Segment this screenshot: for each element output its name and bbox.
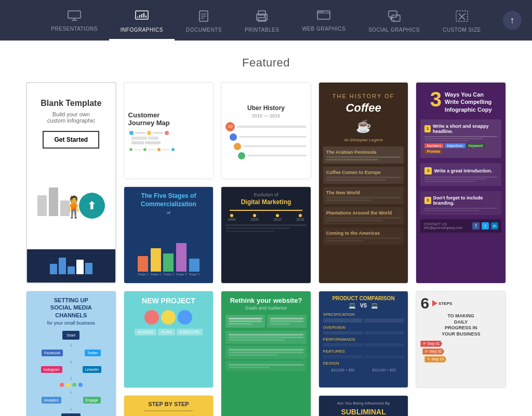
blank-template-title: Blank Template — [41, 99, 101, 108]
custom-size-icon — [456, 10, 468, 24]
social-channels-card[interactable]: SETTING UPSOCIAL MEDIACHANNELSfor your s… — [26, 291, 116, 416]
featured-title: Featured — [26, 56, 506, 70]
subliminal-title: SUBLIMINALMESSAGES — [341, 408, 385, 416]
new-project-card[interactable]: NEW PROJECT ASSIGN PLAN EXECUTE — [124, 291, 214, 388]
step-by-step-title: STEP BY STEP — [148, 401, 189, 407]
five-stages-card[interactable]: The Five Stages of Commercialization of … — [124, 186, 214, 284]
nav-item-social-graphics[interactable]: SOCIAL GRAPHICS — [357, 5, 431, 41]
navigation-bar: PRESENTATIONS INFOGRAPHICS — [0, 0, 532, 41]
uber-history-card[interactable]: Uber History2010 — 2015 10 — [221, 82, 311, 179]
svg-point-21 — [322, 11, 323, 12]
product-comparison-card[interactable]: PRODUCT COMPARISON 💻 VS 💻 SPECIFICATION … — [318, 291, 409, 388]
web-graphics-label: WEB GRAPHICS — [302, 26, 345, 32]
documents-icon — [198, 10, 209, 24]
printables-icon — [255, 10, 269, 24]
nav-item-documents[interactable]: DOCUMENTS — [175, 5, 233, 41]
nav-items: PRESENTATIONS INFOGRAPHICS — [39, 5, 492, 41]
svg-point-20 — [321, 11, 322, 12]
nav-item-web-graphics[interactable]: WEB GRAPHICS — [290, 5, 357, 41]
scroll-up-button[interactable]: ↑ — [503, 11, 522, 30]
step-by-step-card[interactable]: STEP BY STEP HOW TO APPLY FOR A JOB ✓ ✓ … — [124, 395, 214, 416]
custom-size-label: CUSTOM SIZE — [443, 27, 481, 33]
social-graphics-label: SOCIAL GRAPHICS — [368, 27, 420, 33]
presentations-label: PRESENTATIONS — [51, 26, 97, 32]
svg-point-19 — [318, 11, 320, 12]
blank-template-card[interactable]: Blank Template Build your owncustom info… — [26, 82, 116, 284]
template-grid: Blank Template Build your owncustom info… — [26, 82, 506, 416]
svg-rect-15 — [258, 18, 265, 21]
rethink-website-card[interactable]: Rethink your website? Goals and Audience — [221, 291, 311, 416]
svg-rect-0 — [68, 11, 81, 18]
documents-label: DOCUMENTS — [186, 27, 222, 33]
infographics-icon — [135, 10, 149, 24]
subliminal-messages-card[interactable]: Are You Being Influenced By SUBLIMINALME… — [318, 395, 409, 416]
infographics-label: INFOGRAPHICS — [121, 27, 163, 33]
customer-journey-map-card[interactable]: CustomerJourney Map — [124, 82, 214, 179]
printables-label: PRINTABLES — [245, 27, 280, 33]
svg-rect-14 — [258, 11, 265, 15]
social-graphics-icon — [388, 10, 401, 24]
five-stages-title: The Five Stages of Commercialization — [128, 192, 209, 208]
nav-item-printables[interactable]: PRINTABLES — [233, 5, 291, 41]
history-of-coffee-card[interactable]: THE HISTORY OF Coffee ☕ An Ethiopian Leg… — [318, 82, 409, 284]
web-graphics-icon — [317, 10, 330, 23]
svg-rect-22 — [389, 11, 397, 17]
digital-marketing-card[interactable]: Evolution of Digital Marketing 1990 2000 — [221, 186, 311, 284]
presentations-icon — [68, 10, 81, 23]
nav-item-presentations[interactable]: PRESENTATIONS — [39, 5, 109, 41]
nav-item-custom-size[interactable]: CUSTOM SIZE — [431, 5, 493, 41]
nav-item-infographics[interactable]: INFOGRAPHICS — [109, 5, 175, 41]
svg-point-16 — [264, 16, 266, 17]
six-steps-card[interactable]: 6 STEPS TO MAKINGDAILYPROGRESS INYOUR BU… — [416, 291, 506, 388]
blank-template-subtitle: Build your owncustom infographic — [47, 111, 95, 124]
product-comparison-title: PRODUCT COMPARISON — [332, 296, 394, 301]
3-ways-infographic-card[interactable]: 3 Ways You CanWrite CompellingInfographi… — [416, 82, 506, 284]
get-started-button[interactable]: Get Started — [43, 131, 99, 149]
main-content: Featured Blank Template Build your owncu… — [0, 41, 532, 416]
svg-rect-23 — [392, 15, 400, 21]
